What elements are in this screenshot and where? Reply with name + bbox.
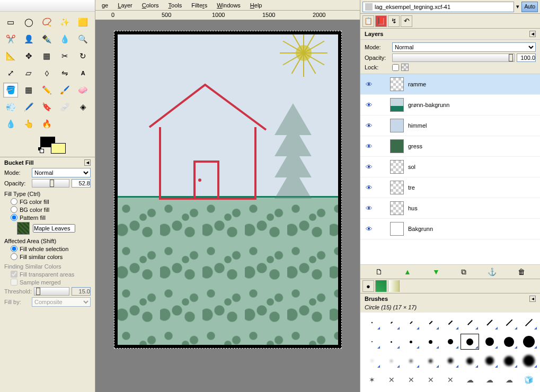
brush-cell[interactable] bbox=[441, 315, 459, 331]
layer-opacity-slider[interactable] bbox=[392, 54, 515, 62]
brush-cell[interactable] bbox=[500, 353, 518, 369]
brush-cell[interactable] bbox=[480, 315, 499, 331]
visibility-icon[interactable]: 👁 bbox=[365, 184, 373, 192]
brush-cell[interactable] bbox=[382, 315, 401, 331]
brush-cell[interactable] bbox=[461, 353, 479, 369]
brush-cell[interactable]: ☁ bbox=[500, 372, 518, 388]
layer-row[interactable]: 👁tre bbox=[360, 177, 540, 198]
opacity-value[interactable] bbox=[72, 179, 91, 188]
brush-cell[interactable] bbox=[362, 334, 381, 350]
move-tool[interactable]: ✥ bbox=[21, 49, 36, 64]
color-picker-tool[interactable]: 💧 bbox=[58, 32, 73, 47]
brush-cell[interactable] bbox=[421, 315, 440, 331]
layer-mode-select[interactable]: Normal bbox=[392, 42, 536, 52]
paths-tab-icon[interactable]: ↯ bbox=[388, 15, 400, 27]
clone-tool[interactable]: 🔖 bbox=[39, 100, 54, 114]
layer-row[interactable]: 👁hus bbox=[360, 198, 540, 219]
bg-fill-radio[interactable] bbox=[11, 206, 17, 213]
visibility-icon[interactable]: 👁 bbox=[365, 225, 373, 233]
menu-image[interactable]: ge bbox=[98, 1, 112, 10]
brush-cell[interactable]: ☁ bbox=[461, 372, 479, 388]
menu-help[interactable]: Help bbox=[246, 1, 267, 10]
rect-select-tool[interactable]: ▭ bbox=[3, 15, 18, 30]
brush-cell[interactable] bbox=[519, 315, 538, 331]
lower-layer-icon[interactable]: ▼ bbox=[432, 268, 440, 276]
shear-tool[interactable]: ▱ bbox=[21, 66, 36, 81]
blend-tool[interactable]: ▦ bbox=[21, 83, 36, 97]
mode-select[interactable]: Normal bbox=[32, 168, 91, 177]
undo-tab-icon[interactable]: ↶ bbox=[401, 15, 412, 27]
background-color-swatch[interactable] bbox=[51, 143, 66, 154]
layer-row[interactable]: 👁grønn-bakgrunn bbox=[360, 95, 540, 115]
foreground-select-tool[interactable]: 👤 bbox=[21, 32, 36, 47]
brush-cell[interactable]: ☁ bbox=[480, 372, 499, 388]
scale-tool[interactable]: ⤢ bbox=[3, 66, 18, 81]
eraser-tool[interactable]: 🧼 bbox=[76, 83, 91, 97]
menu-tools[interactable]: Tools bbox=[164, 1, 187, 10]
image-content[interactable] bbox=[118, 34, 338, 345]
delete-layer-icon[interactable]: 🗑 bbox=[518, 268, 525, 276]
layer-row[interactable]: 👁Bakgrunn bbox=[360, 219, 540, 239]
lock-alpha-icon[interactable] bbox=[401, 64, 409, 71]
scissors-tool[interactable]: ✂️ bbox=[3, 32, 18, 47]
anchor-layer-icon[interactable]: ⚓ bbox=[488, 268, 497, 276]
bucket-fill-tool[interactable]: 🪣 bbox=[3, 83, 18, 97]
fg-fill-radio[interactable] bbox=[11, 198, 17, 205]
align-tool[interactable]: ▦ bbox=[39, 49, 54, 64]
airbrush-tool[interactable]: 💨 bbox=[3, 100, 18, 114]
duplicate-layer-icon[interactable]: ⧉ bbox=[461, 268, 466, 277]
brush-cell[interactable] bbox=[362, 353, 381, 369]
brushes-menu-icon[interactable]: ◂ bbox=[529, 296, 536, 302]
fill-similar-radio[interactable] bbox=[11, 253, 17, 260]
menu-layer[interactable]: Layer bbox=[113, 1, 137, 10]
text-tool[interactable]: A bbox=[76, 66, 91, 81]
brush-cell[interactable]: ✕ bbox=[421, 372, 440, 388]
heal-tool[interactable]: 🩹 bbox=[58, 100, 73, 114]
dropdown-icon[interactable]: ▾ bbox=[516, 3, 519, 10]
brush-cell[interactable]: ✶ bbox=[362, 372, 381, 388]
layer-row[interactable]: 👁sol bbox=[360, 157, 540, 177]
perspective-clone-tool[interactable]: ◈ bbox=[76, 100, 91, 114]
pencil-tool[interactable]: ✏️ bbox=[39, 83, 54, 97]
menu-colors[interactable]: Colors bbox=[138, 1, 163, 10]
smudge-tool[interactable]: 👆 bbox=[21, 117, 36, 131]
brush-cell[interactable]: 🧊 bbox=[519, 372, 538, 388]
brush-cell[interactable] bbox=[402, 315, 420, 331]
visibility-icon[interactable]: 👁 bbox=[365, 101, 373, 109]
menu-windows[interactable]: Windows bbox=[213, 1, 245, 10]
layers-menu-icon[interactable]: ◂ bbox=[529, 31, 536, 37]
brush-cell[interactable] bbox=[461, 315, 479, 331]
blur-tool[interactable]: 💧 bbox=[3, 117, 18, 131]
fuzzy-select-tool[interactable]: ✨ bbox=[58, 15, 73, 30]
pattern-fill-radio[interactable] bbox=[11, 214, 17, 221]
visibility-icon[interactable]: 👁 bbox=[365, 163, 373, 171]
brush-cell[interactable] bbox=[480, 334, 499, 350]
auto-button[interactable]: Auto bbox=[521, 2, 538, 12]
layers-tab-icon[interactable]: 📋 bbox=[362, 15, 374, 27]
brush-cell[interactable]: ✕ bbox=[402, 372, 420, 388]
brush-cell[interactable] bbox=[402, 353, 420, 369]
brushes-tab-icon[interactable]: ● bbox=[362, 280, 374, 292]
visibility-icon[interactable]: 👁 bbox=[365, 204, 373, 212]
layer-row[interactable]: 👁gress bbox=[360, 136, 540, 157]
ink-tool[interactable]: 🖊️ bbox=[21, 100, 36, 114]
measure-tool[interactable]: 📐 bbox=[3, 49, 18, 64]
layer-opacity-value[interactable] bbox=[517, 54, 536, 62]
brush-cell[interactable]: ✕ bbox=[382, 372, 401, 388]
lock-pixels-check[interactable] bbox=[392, 64, 399, 71]
brush-cell[interactable] bbox=[519, 334, 538, 350]
brush-cell[interactable] bbox=[480, 353, 499, 369]
patterns-tab-icon[interactable] bbox=[375, 280, 387, 292]
brush-cell[interactable] bbox=[421, 353, 440, 369]
brush-cell[interactable] bbox=[441, 334, 459, 350]
brush-cell[interactable] bbox=[461, 334, 479, 350]
brush-cell[interactable]: ✕ bbox=[441, 372, 459, 388]
layer-row[interactable]: 👁himmel bbox=[360, 115, 540, 136]
color-select-tool[interactable]: 🟨 bbox=[76, 15, 91, 30]
paths-tool[interactable]: ✒️ bbox=[39, 32, 54, 47]
brush-cell[interactable] bbox=[402, 334, 420, 350]
rotate-tool[interactable]: ↻ bbox=[76, 49, 91, 64]
brush-cell[interactable] bbox=[441, 353, 459, 369]
visibility-icon[interactable]: 👁 bbox=[365, 142, 373, 150]
brush-cell[interactable] bbox=[519, 353, 538, 369]
